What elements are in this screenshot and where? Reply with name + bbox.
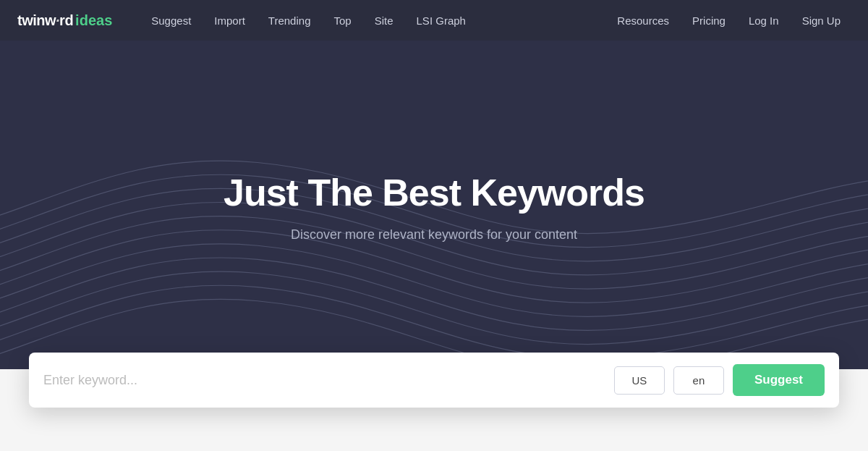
logo-ideas: ideas — [75, 12, 112, 29]
hero-title: Just The Best Keywords — [224, 171, 644, 214]
language-button[interactable]: en — [673, 366, 724, 395]
nav-item-top[interactable]: Top — [323, 10, 361, 31]
nav-item-pricing[interactable]: Pricing — [682, 10, 736, 31]
logo-twinword: twinw·rd — [17, 12, 73, 29]
search-box-wrapper: US en Suggest — [29, 353, 839, 408]
search-box: US en Suggest — [29, 353, 839, 408]
hero-content: Just The Best Keywords Discover more rel… — [224, 171, 644, 243]
navbar: twinw·rd ideas Suggest Import Trending T… — [0, 0, 868, 41]
nav-item-signup[interactable]: Sign Up — [792, 10, 851, 31]
nav-left: Suggest Import Trending Top Site LSI Gra… — [141, 10, 607, 31]
country-button[interactable]: US — [614, 366, 665, 395]
nav-item-resources[interactable]: Resources — [607, 10, 679, 31]
nav-item-suggest[interactable]: Suggest — [141, 10, 201, 31]
nav-right: Resources Pricing Log In Sign Up — [607, 10, 851, 31]
nav-item-trending[interactable]: Trending — [258, 10, 321, 31]
nav-item-login[interactable]: Log In — [739, 10, 789, 31]
logo[interactable]: twinw·rd ideas — [17, 12, 112, 29]
nav-item-lsi-graph[interactable]: LSI Graph — [407, 10, 476, 31]
suggest-button[interactable]: Suggest — [733, 364, 825, 396]
search-input[interactable] — [43, 373, 605, 388]
hero-section: Just The Best Keywords Discover more rel… — [0, 0, 868, 369]
nav-item-site[interactable]: Site — [365, 10, 404, 31]
hero-subtitle: Discover more relevant keywords for your… — [224, 227, 644, 243]
nav-item-import[interactable]: Import — [204, 10, 255, 31]
